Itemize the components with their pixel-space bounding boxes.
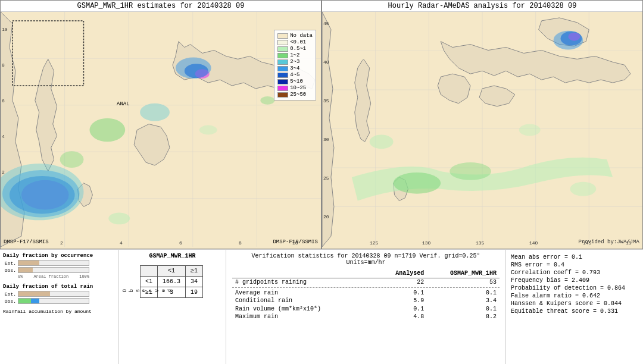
legend-label-1to2: 1~2 — [290, 52, 299, 58]
svg-point-39 — [370, 134, 394, 149]
obs-bar-row: Obs. — [3, 267, 116, 273]
left-map-canvas: 10 8 6 4 2 2 4 6 8 10 ANAL DMSP-F17/SSMI… — [1, 12, 321, 247]
est-bar-fill — [18, 261, 39, 265]
obs-label: Obs. — [3, 268, 16, 273]
y-label-20: 20 — [323, 214, 329, 219]
x-label-140: 140 — [529, 240, 538, 246]
y-label-25: 25 — [323, 175, 329, 181]
legend-item-10to25: 10~25 — [277, 85, 313, 91]
verif-header-row: Analysed GSMAP_MWR_1HR — [232, 269, 500, 278]
verif-table: Analysed GSMAP_MWR_1HR # gridpoints rain… — [232, 269, 500, 321]
verif-val-gsmap-4: 8.2 — [427, 313, 500, 321]
svg-point-19 — [108, 212, 130, 224]
axis-areal: Areal fraction — [33, 274, 68, 279]
legend-color-lt001 — [277, 40, 288, 45]
legend-item-nodata: No data — [277, 33, 313, 39]
th-gsmap: GSMAP_MWR_1HR — [427, 269, 500, 278]
left-map-title: GSMAP_MWR_1HR estimates for 20140328 09 — [1, 1, 321, 12]
svg-point-16 — [89, 118, 125, 142]
verif-row-0: # gridpoints raining 22 53 — [232, 278, 500, 287]
color-legend: No data <0.01 0.5~1 1~2 — [274, 30, 316, 101]
y-label-30: 30 — [323, 137, 329, 142]
x-label-135: 135 — [476, 240, 484, 246]
provided-by-label: Provided by:JWA/JMA — [578, 239, 639, 245]
est2-bar-row: Est. — [3, 291, 116, 297]
maps-row: GSMAP_MWR_1HR estimates for 20140328 09 — [0, 0, 643, 250]
obs2-bar-row: Obs. — [3, 298, 116, 304]
legend-item-4to5: 4~5 — [277, 72, 313, 78]
stats-row: Daily fraction by occurrence Est. Obs. 0… — [0, 250, 643, 364]
verif-val-analysed-4: 4.8 — [379, 313, 427, 321]
right-map-panel: Hourly Radar-AMeDAS analysis for 2014032… — [322, 0, 643, 249]
svg-point-41 — [570, 182, 596, 196]
legend-color-1to2 — [277, 53, 288, 58]
verif-title: Verification statistics for 20140328 09 … — [232, 253, 500, 266]
verif-label-2: Conditional rain — [232, 297, 379, 305]
verif-val-analysed-1: 0.1 — [379, 289, 427, 297]
verif-val-gsmap-2: 3.4 — [427, 297, 500, 305]
stat-mean-abs-error: Mean abs error = 0.1 — [511, 254, 638, 261]
legend-color-2to3 — [277, 59, 288, 65]
legend-label-4to5: 4~5 — [290, 72, 299, 78]
legend-color-25to50 — [277, 92, 288, 98]
legend-item-05to1: 0.5~1 — [277, 46, 313, 52]
verif-val-analysed-3: 0.1 — [379, 305, 427, 313]
y-label-35: 35 — [323, 98, 329, 103]
est2-bar — [18, 291, 89, 297]
legend-color-4to5 — [277, 73, 288, 78]
x-label-130: 130 — [422, 240, 430, 246]
verif-label-1: Average rain — [232, 289, 379, 297]
y-label-40: 40 — [323, 59, 329, 65]
th-lt1: <1 — [158, 266, 186, 277]
stat-rms-error: RMS error = 0.4 — [511, 262, 638, 268]
obs-bar-fill — [18, 268, 33, 272]
legend-item-1to2: 1~2 — [277, 52, 313, 58]
y-label-6: 6 — [2, 98, 5, 103]
svg-point-17 — [140, 103, 170, 121]
svg-point-36 — [554, 31, 583, 50]
th-empty — [141, 266, 158, 277]
stat-correlation-coeff: Correlation coeff = 0.793 — [511, 269, 638, 276]
legend-item-3to4: 3~4 — [277, 65, 313, 71]
chart2-title: Daily fraction of total rain — [3, 284, 116, 290]
rainfall-text: Rainfall accumulation by amount — [3, 309, 116, 314]
left-map-svg — [1, 12, 321, 247]
legend-color-10to25 — [277, 86, 288, 91]
legend-color-3to4 — [277, 66, 288, 71]
est2-bar-fill — [18, 291, 50, 296]
axis-100pct: 100% — [79, 274, 89, 279]
contingency-title: GSMAP_MWR_1HR — [122, 253, 223, 259]
legend-item-lt001: <0.01 — [277, 39, 313, 45]
y-label-45: 45 — [323, 21, 329, 26]
verif-row-3: Rain volume (mm*km²x10⁶) 0.1 0.1 — [232, 305, 500, 313]
cell-lt1-ge1: 34 — [186, 277, 203, 287]
verif-row-4: Maximum rain 4.8 8.2 — [232, 313, 500, 321]
legend-color-05to1 — [277, 46, 288, 52]
x-label-8: 8 — [239, 240, 242, 246]
verif-panel: Verification statistics for 20140328 09 … — [226, 250, 506, 364]
bar-charts-panel: Daily fraction by occurrence Est. Obs. 0… — [0, 250, 119, 364]
th-analysed: Analysed — [379, 269, 427, 278]
legend-item-5to10: 5~10 — [277, 79, 313, 84]
obs2-label: Obs. — [3, 299, 16, 304]
th-row-label — [232, 269, 379, 278]
stat-equitable-threat: Equitable threat score = 0.331 — [511, 308, 638, 315]
row-lt1: <1 166.3 34 — [141, 277, 203, 287]
stat-hanssen-kuipers: Hanssen & Kuipers score = 0.844 — [511, 300, 638, 307]
verif-val-gsmap-3: 0.1 — [427, 305, 500, 313]
svg-point-20 — [199, 125, 217, 135]
y-label-2: 2 — [2, 170, 5, 175]
est-bar — [18, 260, 89, 266]
left-map-panel: GSMAP_MWR_1HR estimates for 20140328 09 — [0, 0, 322, 249]
svg-point-15 — [176, 57, 211, 79]
contingency-table: <1 ≥1 <1 166.3 34 ≥1 3 19 — [140, 265, 203, 298]
th-ge1: ≥1 — [186, 266, 203, 277]
bar-axis-1: 0% Areal fraction 100% — [18, 274, 89, 279]
x-label-125: 125 — [370, 240, 378, 246]
right-map-svg — [322, 12, 642, 247]
legend-label-2to3: 2~3 — [290, 59, 299, 65]
y-label-8: 8 — [2, 62, 5, 68]
legend-label-lt001: <0.01 — [290, 39, 306, 45]
obs-bar — [18, 267, 89, 273]
svg-point-18 — [60, 151, 84, 168]
